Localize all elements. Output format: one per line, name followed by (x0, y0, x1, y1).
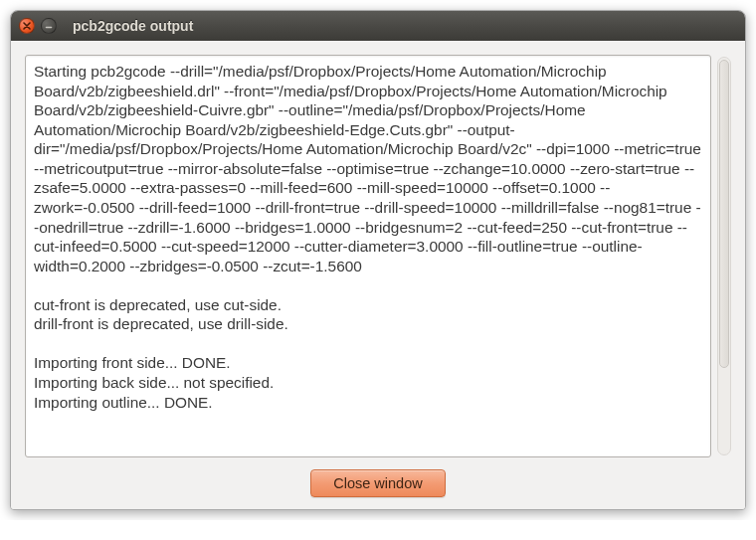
scrollbar-track[interactable] (717, 57, 731, 455)
output-textview[interactable]: Starting pcb2gcode --drill="/media/psf/D… (25, 55, 711, 457)
window-minimize-button[interactable] (41, 18, 57, 34)
window-title: pcb2gcode output (73, 18, 193, 34)
dialog-window: pcb2gcode output Starting pcb2gcode --dr… (10, 10, 746, 510)
titlebar[interactable]: pcb2gcode output (11, 11, 745, 41)
content-area: Starting pcb2gcode --drill="/media/psf/D… (11, 41, 745, 509)
window-controls (19, 18, 57, 34)
button-row: Close window (25, 457, 731, 497)
minimize-icon (45, 22, 53, 30)
close-icon (23, 22, 31, 30)
output-text: Starting pcb2gcode --drill="/media/psf/D… (34, 62, 702, 412)
scrollbar-thumb[interactable] (719, 60, 729, 368)
window-close-button[interactable] (19, 18, 35, 34)
close-window-button[interactable]: Close window (310, 469, 445, 497)
output-wrap: Starting pcb2gcode --drill="/media/psf/D… (25, 55, 731, 457)
